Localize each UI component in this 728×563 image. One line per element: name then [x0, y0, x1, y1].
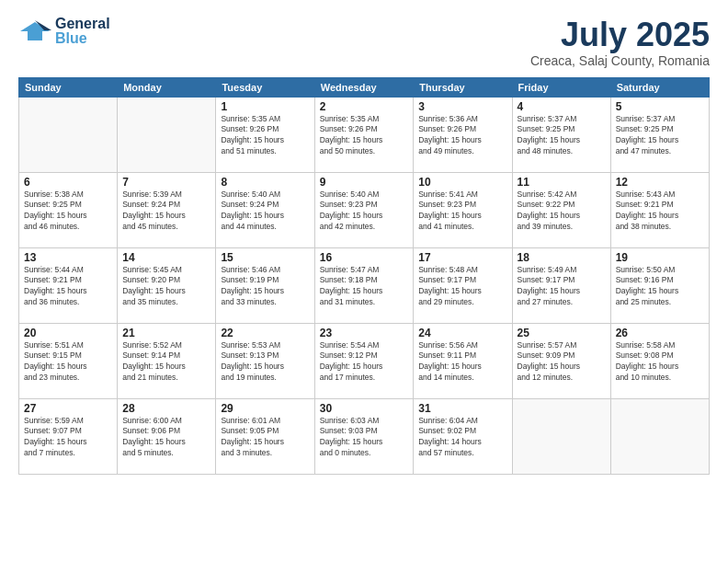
col-tuesday: Tuesday — [216, 77, 314, 97]
day-number: 5 — [616, 100, 704, 113]
day-info: Sunrise: 5:37 AM Sunset: 9:25 PM Dayligh… — [518, 114, 606, 158]
day-info: Sunrise: 5:51 AM Sunset: 9:15 PM Dayligh… — [24, 340, 112, 385]
calendar-cell: 4Sunrise: 5:37 AM Sunset: 9:25 PM Daylig… — [512, 97, 610, 172]
day-number: 27 — [24, 402, 112, 415]
day-number: 19 — [616, 251, 704, 264]
calendar-cell: 31Sunrise: 6:04 AM Sunset: 9:02 PM Dayli… — [414, 398, 512, 474]
day-info: Sunrise: 5:52 AM Sunset: 9:14 PM Dayligh… — [122, 340, 210, 385]
col-thursday: Thursday — [414, 77, 512, 97]
day-info: Sunrise: 5:46 AM Sunset: 9:19 PM Dayligh… — [221, 265, 309, 309]
day-number: 22 — [221, 327, 309, 339]
calendar-table: Sunday Monday Tuesday Wednesday Thursday… — [18, 77, 710, 475]
calendar-week-2: 6Sunrise: 5:38 AM Sunset: 9:25 PM Daylig… — [19, 172, 710, 247]
calendar-cell: 12Sunrise: 5:43 AM Sunset: 9:21 PM Dayli… — [610, 172, 709, 247]
calendar-cell: 18Sunrise: 5:49 AM Sunset: 9:17 PM Dayli… — [512, 247, 610, 323]
day-number: 25 — [518, 327, 606, 339]
calendar-cell: 2Sunrise: 5:35 AM Sunset: 9:26 PM Daylig… — [314, 97, 414, 172]
day-number: 31 — [418, 402, 506, 415]
calendar-week-3: 13Sunrise: 5:44 AM Sunset: 9:21 PM Dayli… — [19, 247, 710, 323]
calendar-cell: 15Sunrise: 5:46 AM Sunset: 9:19 PM Dayli… — [216, 247, 314, 323]
day-number: 24 — [418, 327, 506, 339]
day-info: Sunrise: 5:56 AM Sunset: 9:11 PM Dayligh… — [418, 340, 506, 385]
day-number: 7 — [122, 176, 210, 189]
calendar-page: General Blue July 2025 Creaca, Salaj Cou… — [0, 0, 728, 563]
day-number: 9 — [320, 176, 409, 189]
day-info: Sunrise: 5:43 AM Sunset: 9:21 PM Dayligh… — [616, 190, 704, 234]
day-number: 6 — [24, 176, 112, 189]
col-sunday: Sunday — [19, 77, 118, 97]
day-info: Sunrise: 5:42 AM Sunset: 9:22 PM Dayligh… — [518, 190, 606, 234]
calendar-cell: 24Sunrise: 5:56 AM Sunset: 9:11 PM Dayli… — [414, 323, 512, 398]
col-saturday: Saturday — [610, 77, 709, 97]
calendar-cell: 20Sunrise: 5:51 AM Sunset: 9:15 PM Dayli… — [19, 323, 118, 398]
calendar-cell: 26Sunrise: 5:58 AM Sunset: 9:08 PM Dayli… — [610, 323, 709, 398]
logo-icon — [18, 18, 51, 44]
day-number: 26 — [616, 327, 704, 339]
day-info: Sunrise: 5:58 AM Sunset: 9:08 PM Dayligh… — [616, 340, 704, 385]
day-info: Sunrise: 5:49 AM Sunset: 9:17 PM Dayligh… — [518, 265, 606, 309]
logo-general-text: General — [55, 17, 110, 31]
day-number: 10 — [418, 176, 506, 189]
day-number: 11 — [518, 176, 606, 189]
calendar-cell: 23Sunrise: 5:54 AM Sunset: 9:12 PM Dayli… — [314, 323, 414, 398]
calendar-cell — [19, 97, 118, 172]
day-number: 13 — [24, 251, 112, 264]
calendar-cell: 13Sunrise: 5:44 AM Sunset: 9:21 PM Dayli… — [19, 247, 118, 323]
calendar-week-1: 1Sunrise: 5:35 AM Sunset: 9:26 PM Daylig… — [19, 97, 710, 172]
calendar-cell: 5Sunrise: 5:37 AM Sunset: 9:25 PM Daylig… — [610, 97, 709, 172]
calendar-cell: 27Sunrise: 5:59 AM Sunset: 9:07 PM Dayli… — [19, 398, 118, 474]
day-info: Sunrise: 6:00 AM Sunset: 9:06 PM Dayligh… — [122, 416, 210, 460]
day-number: 2 — [320, 100, 409, 113]
day-info: Sunrise: 5:47 AM Sunset: 9:18 PM Dayligh… — [320, 265, 409, 309]
calendar-header-row: Sunday Monday Tuesday Wednesday Thursday… — [19, 77, 710, 97]
title-section: July 2025 Creaca, Salaj County, Romania — [530, 17, 710, 68]
main-title: July 2025 — [530, 17, 710, 53]
day-info: Sunrise: 6:04 AM Sunset: 9:02 PM Dayligh… — [418, 416, 506, 460]
day-info: Sunrise: 5:35 AM Sunset: 9:26 PM Dayligh… — [320, 114, 409, 158]
col-wednesday: Wednesday — [314, 77, 414, 97]
day-number: 14 — [122, 251, 210, 264]
day-number: 15 — [221, 251, 309, 264]
day-number: 30 — [320, 402, 409, 415]
day-info: Sunrise: 5:50 AM Sunset: 9:16 PM Dayligh… — [616, 265, 704, 309]
day-number: 23 — [320, 327, 409, 339]
day-info: Sunrise: 5:48 AM Sunset: 9:17 PM Dayligh… — [418, 265, 506, 309]
day-info: Sunrise: 5:45 AM Sunset: 9:20 PM Dayligh… — [122, 265, 210, 309]
day-info: Sunrise: 5:38 AM Sunset: 9:25 PM Dayligh… — [24, 190, 112, 234]
day-number: 8 — [221, 176, 309, 189]
calendar-cell: 19Sunrise: 5:50 AM Sunset: 9:16 PM Dayli… — [610, 247, 709, 323]
day-number: 1 — [221, 100, 309, 113]
calendar-cell: 9Sunrise: 5:40 AM Sunset: 9:23 PM Daylig… — [314, 172, 414, 247]
day-number: 17 — [418, 251, 506, 264]
calendar-cell: 30Sunrise: 6:03 AM Sunset: 9:03 PM Dayli… — [314, 398, 414, 474]
day-info: Sunrise: 5:40 AM Sunset: 9:24 PM Dayligh… — [221, 190, 309, 234]
day-number: 28 — [122, 402, 210, 415]
calendar-cell: 14Sunrise: 5:45 AM Sunset: 9:20 PM Dayli… — [118, 247, 216, 323]
col-monday: Monday — [118, 77, 216, 97]
calendar-cell — [118, 97, 216, 172]
day-info: Sunrise: 6:01 AM Sunset: 9:05 PM Dayligh… — [221, 416, 309, 460]
day-number: 16 — [320, 251, 409, 264]
day-number: 4 — [518, 100, 606, 113]
calendar-week-5: 27Sunrise: 5:59 AM Sunset: 9:07 PM Dayli… — [19, 398, 710, 474]
calendar-cell: 7Sunrise: 5:39 AM Sunset: 9:24 PM Daylig… — [118, 172, 216, 247]
day-number: 20 — [24, 327, 112, 339]
calendar-cell: 21Sunrise: 5:52 AM Sunset: 9:14 PM Dayli… — [118, 323, 216, 398]
calendar-cell: 1Sunrise: 5:35 AM Sunset: 9:26 PM Daylig… — [216, 97, 314, 172]
day-info: Sunrise: 5:44 AM Sunset: 9:21 PM Dayligh… — [24, 265, 112, 309]
day-number: 21 — [122, 327, 210, 339]
calendar-cell: 28Sunrise: 6:00 AM Sunset: 9:06 PM Dayli… — [118, 398, 216, 474]
svg-marker-0 — [20, 22, 50, 40]
day-info: Sunrise: 5:37 AM Sunset: 9:25 PM Dayligh… — [616, 114, 704, 158]
calendar-cell: 10Sunrise: 5:41 AM Sunset: 9:23 PM Dayli… — [414, 172, 512, 247]
day-number: 12 — [616, 176, 704, 189]
day-info: Sunrise: 5:54 AM Sunset: 9:12 PM Dayligh… — [320, 340, 409, 385]
subtitle: Creaca, Salaj County, Romania — [530, 53, 710, 68]
day-info: Sunrise: 5:57 AM Sunset: 9:09 PM Dayligh… — [518, 340, 606, 385]
calendar-cell — [610, 398, 709, 474]
calendar-cell: 6Sunrise: 5:38 AM Sunset: 9:25 PM Daylig… — [19, 172, 118, 247]
header: General Blue July 2025 Creaca, Salaj Cou… — [18, 17, 710, 68]
day-info: Sunrise: 5:53 AM Sunset: 9:13 PM Dayligh… — [221, 340, 309, 385]
calendar-cell: 11Sunrise: 5:42 AM Sunset: 9:22 PM Dayli… — [512, 172, 610, 247]
day-info: Sunrise: 5:41 AM Sunset: 9:23 PM Dayligh… — [418, 190, 506, 234]
